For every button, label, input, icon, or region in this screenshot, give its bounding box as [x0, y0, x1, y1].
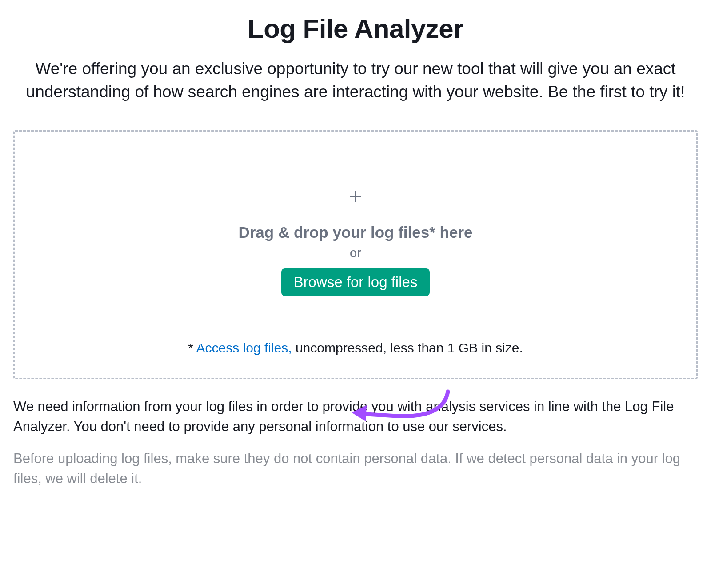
- page-title: Log File Analyzer: [13, 13, 698, 44]
- or-text: or: [32, 246, 679, 260]
- access-log-files-link[interactable]: Access log files,: [196, 340, 292, 355]
- drop-instruction: Drag & drop your log files* here: [32, 224, 679, 241]
- dropzone-note: * Access log files, uncompressed, less t…: [32, 340, 679, 356]
- note-rest: uncompressed, less than 1 GB in size.: [292, 340, 523, 355]
- browse-files-button[interactable]: Browse for log files: [281, 268, 430, 296]
- info-primary: We need information from your log files …: [13, 397, 698, 437]
- file-dropzone[interactable]: + Drag & drop your log files* here or Br…: [13, 130, 698, 379]
- plus-icon: +: [32, 185, 679, 208]
- info-secondary: Before uploading log files, make sure th…: [13, 449, 698, 489]
- note-prefix: *: [188, 340, 196, 355]
- page-subtitle: We're offering you an exclusive opportun…: [22, 57, 689, 104]
